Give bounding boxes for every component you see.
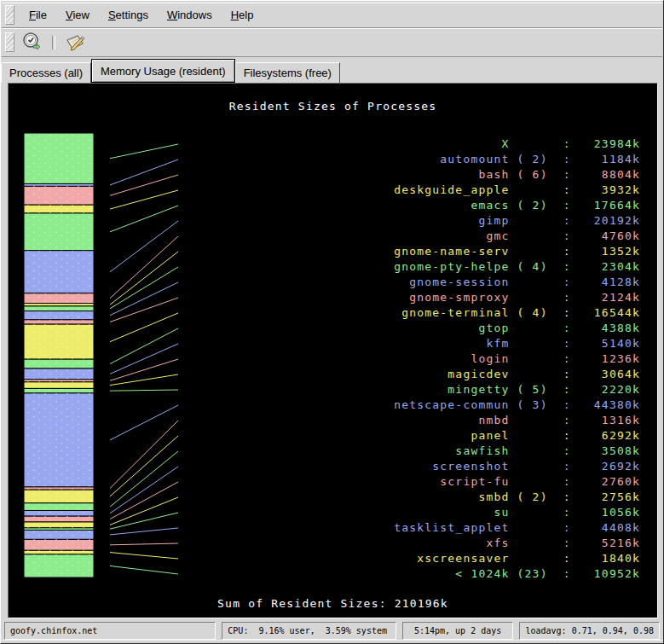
menu-file[interactable]: File	[20, 4, 56, 26]
menubar-grip-handle[interactable]	[5, 5, 14, 25]
process-row: mingetty ( 5) : 2220k	[394, 382, 640, 397]
process-row: sawfish : 3508k	[394, 444, 640, 459]
process-size-list: X : 23984k automount ( 2) : 1184k bash (…	[394, 136, 640, 582]
process-row: kfm : 5140k	[394, 336, 640, 351]
leader-line	[110, 405, 178, 440]
leader-line	[110, 359, 178, 380]
process-row: gnome-smproxy : 2124k	[394, 290, 640, 305]
process-row: smbd ( 2) : 2756k	[394, 490, 640, 505]
window-bottom-edge	[1, 640, 663, 643]
leader-line	[110, 543, 178, 545]
tab-processes[interactable]: Processes (all)	[1, 62, 91, 83]
leader-line	[110, 566, 178, 574]
process-row: gnome-session : 4128k	[394, 275, 640, 290]
process-row: su : 1056k	[394, 505, 640, 520]
leader-line	[110, 374, 178, 386]
process-row: gnome-name-serv : 1352k	[394, 244, 640, 259]
leader-line	[110, 252, 178, 305]
leader-line	[110, 144, 178, 159]
loadavg-status: loadavg: 0.71, 0.94, 0.98	[519, 622, 660, 640]
leader-line	[110, 313, 178, 342]
leader-line	[110, 421, 178, 489]
leader-line	[110, 298, 178, 322]
process-row: gtop : 4388k	[394, 321, 640, 336]
process-row: magicdev : 3064k	[394, 367, 640, 382]
leader-line	[110, 267, 178, 309]
time-uptime-status: 5:14pm, up 2 days	[402, 622, 514, 640]
process-row: gmc : 4760k	[394, 229, 640, 244]
gtop-window: FileViewSettingsWindowsHelp Processes (a…	[0, 0, 664, 644]
sum-of-resident-sizes: Sum of Resident Sizes: 210196k	[9, 596, 656, 612]
process-row: tasklist_applet : 4408k	[394, 520, 640, 536]
leader-line	[110, 160, 178, 185]
cpu-usage-status: CPU: 9.16% user, 3.59% system	[222, 622, 396, 640]
tab-bar: Processes (all) Memory Usage (resident) …	[1, 59, 663, 83]
process-row: netscape-commun ( 3) : 44380k	[394, 397, 640, 413]
process-row: screenshot : 2692k	[394, 459, 640, 474]
process-row: gnome-pty-helpe ( 4) : 2304k	[394, 259, 640, 275]
process-row: xscreensaver : 1840k	[394, 551, 640, 566]
memory-usage-chart: Resident Sizes of Processes X : 23984k a…	[9, 84, 656, 617]
process-row: gimp : 20192k	[394, 213, 640, 229]
process-row: X : 23984k	[394, 136, 640, 152]
toolbar-separator	[52, 36, 55, 49]
leader-line	[110, 390, 178, 391]
process-row: automount ( 2) : 1184k	[394, 152, 640, 167]
process-row: nmbd : 1316k	[394, 413, 640, 428]
leader-line	[110, 190, 178, 209]
process-row: script-fu : 2760k	[394, 474, 640, 490]
process-row: < 1024k (23) : 10952k	[394, 566, 640, 582]
bar-stipple-overlay	[24, 133, 94, 577]
process-row: emacs ( 2) : 17664k	[394, 198, 640, 213]
menu-settings[interactable]: Settings	[99, 4, 158, 26]
toolbar	[2, 28, 662, 57]
process-row: gnome-terminal ( 4) : 16544k	[394, 305, 640, 321]
process-row: deskguide_apple : 3932k	[394, 183, 640, 198]
process-row: xfs : 5216k	[394, 536, 640, 551]
edit-note-icon[interactable]	[62, 31, 88, 55]
toolbar-grip-handle[interactable]	[5, 32, 14, 52]
leader-line	[110, 175, 178, 195]
process-row: panel : 6292k	[394, 428, 640, 444]
leader-line	[110, 553, 178, 559]
leader-line	[110, 467, 178, 513]
leader-line	[110, 236, 178, 299]
status-bar: goofy.chinfox.net CPU: 9.16% user, 3.59%…	[4, 622, 660, 640]
leader-line	[110, 528, 178, 535]
tab-filesystems[interactable]: Filesystems (free)	[235, 62, 340, 83]
menu-items: FileViewSettingsWindowsHelp	[20, 4, 263, 26]
timer-run-icon[interactable]	[20, 31, 45, 55]
chart-frame: Resident Sizes of Processes X : 23984k a…	[8, 83, 658, 618]
leader-line	[110, 206, 178, 232]
menu-windows[interactable]: Windows	[158, 4, 222, 26]
leader-line	[110, 221, 178, 272]
hostname-status: goofy.chinfox.net	[4, 622, 216, 640]
menu-help[interactable]: Help	[222, 4, 263, 26]
menu-bar: FileViewSettingsWindowsHelp	[2, 3, 662, 28]
process-row: login : 1236k	[394, 351, 640, 367]
process-row: bash ( 6) : 8804k	[394, 167, 640, 183]
tab-memory-usage[interactable]: Memory Usage (resident)	[91, 59, 235, 83]
leader-line	[110, 451, 178, 507]
menu-view[interactable]: View	[56, 4, 99, 26]
